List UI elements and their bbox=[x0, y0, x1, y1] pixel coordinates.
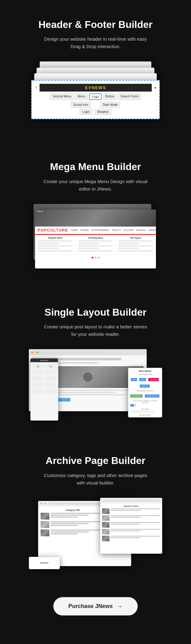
section1-title: Header & Footer Builder bbox=[12, 19, 179, 30]
article3-img bbox=[41, 529, 49, 536]
panel-meta-dynamic: Build Meta Dynamic Like Button Reading T… bbox=[130, 390, 160, 398]
header-footer-section: Header & Footer Builder Design your webs… bbox=[0, 0, 191, 142]
single-layout-section: Single Layout Builder Create unique post… bbox=[0, 288, 191, 436]
mega-col-1: Popular News bbox=[35, 235, 76, 254]
hf-widget-row-1: Vertical Menu Menu Logo Button Search Fo… bbox=[34, 93, 158, 100]
mega-col3-title: Hot Topics bbox=[118, 237, 153, 239]
single-mockup: elementor Aa Aa bbox=[29, 349, 162, 421]
widget-search-form[interactable]: Search Form bbox=[118, 93, 141, 100]
side-article-2 bbox=[102, 515, 160, 521]
mega-col1-title: Popular News bbox=[38, 237, 73, 239]
hf-mockup: THE SNEAKERS WATCH NEWS ▮ NEWSLETTER The… bbox=[30, 61, 161, 127]
archive-header-label: Header bbox=[40, 561, 48, 564]
archive-side-header bbox=[100, 498, 162, 503]
panel-btn-edit[interactable]: Edit bbox=[131, 378, 137, 381]
purchase-label: Purchase JNews bbox=[68, 603, 113, 610]
panel-btn-date[interactable]: Date bbox=[139, 378, 146, 381]
side-article-3 bbox=[102, 522, 160, 528]
mega-col2-title: Trending News bbox=[78, 237, 113, 239]
side-article-4 bbox=[102, 529, 160, 534]
side-article-1 bbox=[102, 508, 160, 514]
archive-header-label-card: Header bbox=[29, 557, 60, 569]
widget-social-icon[interactable]: Social Icon bbox=[71, 102, 91, 108]
archive-side-card: RECENT POSTS bbox=[100, 498, 162, 554]
hf-widget-row-3: Login Weather bbox=[34, 109, 158, 115]
section4-desc: Customize category, tags and other archi… bbox=[43, 472, 148, 487]
archive-article-1 bbox=[41, 513, 105, 520]
archive-page-section: Archive Page Builder Customize category,… bbox=[0, 436, 191, 584]
section4-title: Archive Page Builder bbox=[12, 455, 179, 466]
single-meta-panel: Meta Option Left Meta Number Edit Date C… bbox=[128, 368, 162, 417]
single-back-header bbox=[29, 349, 147, 355]
archive-left-col: Category Title bbox=[41, 509, 105, 538]
mega-dropdown: Popular News Trending News Hot Top bbox=[35, 234, 156, 255]
widget-menu[interactable]: Menu bbox=[75, 93, 88, 100]
mega-navbar: POPCULTURE HOME CELEBS ENTERTAINMENT REA… bbox=[35, 227, 156, 234]
hf-widget-row-2: Social Icon Dark Mode bbox=[34, 102, 158, 108]
widget-weather[interactable]: Weather bbox=[95, 109, 111, 115]
mega-nav-items: HOME CELEBS ENTERTAINMENT REALITY CULTUR… bbox=[71, 229, 156, 231]
mega-menu-section: Mega Menu Builder Create your unique Meg… bbox=[0, 142, 191, 287]
hf-main-card: ☰ EVNEWS ◆ Vertical Menu Menu Logo Butto… bbox=[31, 80, 160, 119]
side-article-5 bbox=[102, 536, 160, 541]
panel-toggle-section: Show whole image on partial element bbox=[130, 400, 160, 407]
section2-desc: Create your unique Mega Menu Design with… bbox=[43, 178, 148, 193]
mega-col-3: Hot Topics bbox=[116, 235, 156, 254]
panel-post-date: Post Date bbox=[130, 408, 160, 412]
widget-logo[interactable]: Logo bbox=[89, 93, 101, 100]
section3-title: Single Layout Builder bbox=[12, 306, 179, 318]
mega-col-2: Trending News bbox=[76, 235, 116, 254]
mega-logo: POPCULTURE bbox=[38, 228, 68, 232]
panel-toggle[interactable] bbox=[130, 404, 160, 407]
mega-main-card: POPCULTURE HOME CELEBS ENTERTAINMENT REA… bbox=[35, 209, 156, 268]
widget-button[interactable]: Button bbox=[103, 93, 117, 100]
archive-mockup: Category Title bbox=[29, 498, 162, 569]
panel-btn-element[interactable]: Element bbox=[140, 385, 150, 388]
mega-top-image bbox=[35, 209, 156, 227]
panel-btn-reading-time[interactable]: Reading Time bbox=[145, 394, 159, 398]
mega-mockup: POPCULTURE HOME CELEBS ENTERTAINMENT REA… bbox=[30, 204, 161, 272]
purchase-section: Purchase JNews → bbox=[0, 585, 191, 634]
archive-cat-title: Category Title bbox=[41, 509, 105, 511]
archive-article-3 bbox=[41, 529, 105, 536]
mega-pagination bbox=[35, 255, 156, 260]
panel-btn-category[interactable]: Category bbox=[148, 378, 159, 381]
elementor-label: elementor bbox=[30, 358, 58, 362]
panel-btn-like[interactable]: Like Button bbox=[130, 394, 143, 398]
panel-left-meta: Left Meta Number Edit Date Category Elem… bbox=[130, 373, 160, 388]
widget-login[interactable]: Login bbox=[80, 109, 92, 115]
widget-vertical-menu[interactable]: Vertical Menu bbox=[50, 93, 74, 100]
purchase-arrow-icon: → bbox=[117, 603, 123, 610]
section1-desc: Design your website header in real-time … bbox=[43, 35, 148, 50]
archive-article-2 bbox=[41, 521, 105, 528]
section3-desc: Create unique post layout to make a bett… bbox=[43, 323, 148, 338]
hf-main-logo: EVNEWS bbox=[40, 84, 152, 92]
article1-img bbox=[41, 513, 49, 520]
archive-side-body: RECENT POSTS bbox=[100, 503, 162, 544]
panel-title: Meta Option bbox=[130, 370, 160, 372]
article2-img bbox=[41, 521, 49, 528]
single-elementor-panel: elementor Aa Aa bbox=[30, 358, 58, 421]
panel-display-author: Display Author bbox=[130, 414, 160, 417]
section2-title: Mega Menu Builder bbox=[12, 161, 179, 173]
purchase-button[interactable]: Purchase JNews → bbox=[53, 597, 137, 615]
widget-dark-mode[interactable]: Dark Mode bbox=[100, 102, 120, 108]
